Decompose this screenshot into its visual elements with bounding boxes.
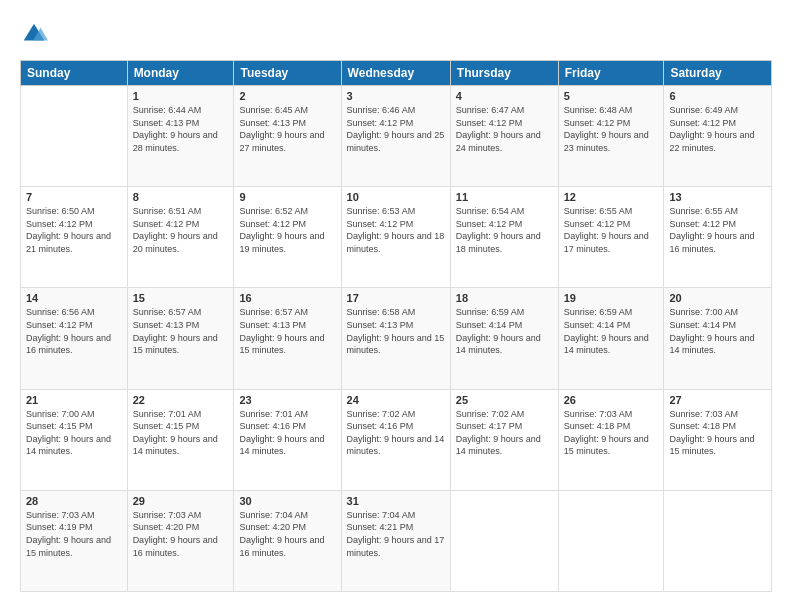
- calendar-cell: [450, 490, 558, 591]
- day-info: Sunrise: 6:54 AMSunset: 4:12 PMDaylight:…: [456, 205, 553, 255]
- day-info: Sunrise: 7:02 AMSunset: 4:16 PMDaylight:…: [347, 408, 445, 458]
- calendar-cell: 24Sunrise: 7:02 AMSunset: 4:16 PMDayligh…: [341, 389, 450, 490]
- calendar-cell: 25Sunrise: 7:02 AMSunset: 4:17 PMDayligh…: [450, 389, 558, 490]
- calendar-cell: 8Sunrise: 6:51 AMSunset: 4:12 PMDaylight…: [127, 187, 234, 288]
- day-number: 5: [564, 90, 659, 102]
- day-info: Sunrise: 6:44 AMSunset: 4:13 PMDaylight:…: [133, 104, 229, 154]
- day-info: Sunrise: 6:59 AMSunset: 4:14 PMDaylight:…: [564, 306, 659, 356]
- day-number: 23: [239, 394, 335, 406]
- calendar-cell: 3Sunrise: 6:46 AMSunset: 4:12 PMDaylight…: [341, 86, 450, 187]
- day-info: Sunrise: 6:55 AMSunset: 4:12 PMDaylight:…: [669, 205, 766, 255]
- day-number: 25: [456, 394, 553, 406]
- calendar-cell: [664, 490, 772, 591]
- calendar-cell: 9Sunrise: 6:52 AMSunset: 4:12 PMDaylight…: [234, 187, 341, 288]
- day-info: Sunrise: 7:03 AMSunset: 4:18 PMDaylight:…: [564, 408, 659, 458]
- day-info: Sunrise: 7:00 AMSunset: 4:15 PMDaylight:…: [26, 408, 122, 458]
- day-number: 31: [347, 495, 445, 507]
- calendar-cell: 6Sunrise: 6:49 AMSunset: 4:12 PMDaylight…: [664, 86, 772, 187]
- day-number: 26: [564, 394, 659, 406]
- logo: [20, 20, 52, 48]
- day-number: 19: [564, 292, 659, 304]
- day-info: Sunrise: 6:56 AMSunset: 4:12 PMDaylight:…: [26, 306, 122, 356]
- day-number: 4: [456, 90, 553, 102]
- day-info: Sunrise: 6:48 AMSunset: 4:12 PMDaylight:…: [564, 104, 659, 154]
- day-number: 2: [239, 90, 335, 102]
- calendar-cell: 12Sunrise: 6:55 AMSunset: 4:12 PMDayligh…: [558, 187, 664, 288]
- calendar-cell: 17Sunrise: 6:58 AMSunset: 4:13 PMDayligh…: [341, 288, 450, 389]
- day-number: 15: [133, 292, 229, 304]
- day-info: Sunrise: 7:03 AMSunset: 4:19 PMDaylight:…: [26, 509, 122, 559]
- day-info: Sunrise: 6:55 AMSunset: 4:12 PMDaylight:…: [564, 205, 659, 255]
- calendar-cell: [558, 490, 664, 591]
- weekday-header-sunday: Sunday: [21, 61, 128, 86]
- day-info: Sunrise: 6:51 AMSunset: 4:12 PMDaylight:…: [133, 205, 229, 255]
- calendar-cell: 29Sunrise: 7:03 AMSunset: 4:20 PMDayligh…: [127, 490, 234, 591]
- day-number: 24: [347, 394, 445, 406]
- calendar-cell: 30Sunrise: 7:04 AMSunset: 4:20 PMDayligh…: [234, 490, 341, 591]
- day-info: Sunrise: 6:47 AMSunset: 4:12 PMDaylight:…: [456, 104, 553, 154]
- calendar-week-4: 21Sunrise: 7:00 AMSunset: 4:15 PMDayligh…: [21, 389, 772, 490]
- day-info: Sunrise: 6:46 AMSunset: 4:12 PMDaylight:…: [347, 104, 445, 154]
- day-number: 1: [133, 90, 229, 102]
- day-number: 20: [669, 292, 766, 304]
- header: [20, 20, 772, 48]
- calendar-cell: 1Sunrise: 6:44 AMSunset: 4:13 PMDaylight…: [127, 86, 234, 187]
- day-info: Sunrise: 6:57 AMSunset: 4:13 PMDaylight:…: [133, 306, 229, 356]
- day-number: 28: [26, 495, 122, 507]
- weekday-header-tuesday: Tuesday: [234, 61, 341, 86]
- day-info: Sunrise: 6:49 AMSunset: 4:12 PMDaylight:…: [669, 104, 766, 154]
- calendar-cell: 18Sunrise: 6:59 AMSunset: 4:14 PMDayligh…: [450, 288, 558, 389]
- calendar-cell: [21, 86, 128, 187]
- calendar-cell: 4Sunrise: 6:47 AMSunset: 4:12 PMDaylight…: [450, 86, 558, 187]
- calendar-cell: 21Sunrise: 7:00 AMSunset: 4:15 PMDayligh…: [21, 389, 128, 490]
- day-info: Sunrise: 7:04 AMSunset: 4:20 PMDaylight:…: [239, 509, 335, 559]
- day-info: Sunrise: 7:01 AMSunset: 4:15 PMDaylight:…: [133, 408, 229, 458]
- weekday-header-thursday: Thursday: [450, 61, 558, 86]
- calendar-cell: 22Sunrise: 7:01 AMSunset: 4:15 PMDayligh…: [127, 389, 234, 490]
- page: SundayMondayTuesdayWednesdayThursdayFrid…: [0, 0, 792, 612]
- day-number: 17: [347, 292, 445, 304]
- day-info: Sunrise: 7:03 AMSunset: 4:20 PMDaylight:…: [133, 509, 229, 559]
- calendar-cell: 27Sunrise: 7:03 AMSunset: 4:18 PMDayligh…: [664, 389, 772, 490]
- day-number: 21: [26, 394, 122, 406]
- day-info: Sunrise: 6:45 AMSunset: 4:13 PMDaylight:…: [239, 104, 335, 154]
- weekday-header-monday: Monday: [127, 61, 234, 86]
- day-number: 7: [26, 191, 122, 203]
- calendar-cell: 28Sunrise: 7:03 AMSunset: 4:19 PMDayligh…: [21, 490, 128, 591]
- calendar-cell: 10Sunrise: 6:53 AMSunset: 4:12 PMDayligh…: [341, 187, 450, 288]
- day-number: 29: [133, 495, 229, 507]
- weekday-header-wednesday: Wednesday: [341, 61, 450, 86]
- day-number: 27: [669, 394, 766, 406]
- day-number: 30: [239, 495, 335, 507]
- calendar-cell: 19Sunrise: 6:59 AMSunset: 4:14 PMDayligh…: [558, 288, 664, 389]
- weekday-header-friday: Friday: [558, 61, 664, 86]
- day-info: Sunrise: 6:59 AMSunset: 4:14 PMDaylight:…: [456, 306, 553, 356]
- weekday-header-row: SundayMondayTuesdayWednesdayThursdayFrid…: [21, 61, 772, 86]
- day-number: 22: [133, 394, 229, 406]
- day-number: 12: [564, 191, 659, 203]
- calendar-cell: 26Sunrise: 7:03 AMSunset: 4:18 PMDayligh…: [558, 389, 664, 490]
- day-number: 3: [347, 90, 445, 102]
- calendar-week-3: 14Sunrise: 6:56 AMSunset: 4:12 PMDayligh…: [21, 288, 772, 389]
- day-info: Sunrise: 6:53 AMSunset: 4:12 PMDaylight:…: [347, 205, 445, 255]
- day-number: 14: [26, 292, 122, 304]
- day-info: Sunrise: 6:52 AMSunset: 4:12 PMDaylight:…: [239, 205, 335, 255]
- weekday-header-saturday: Saturday: [664, 61, 772, 86]
- calendar-week-5: 28Sunrise: 7:03 AMSunset: 4:19 PMDayligh…: [21, 490, 772, 591]
- day-number: 13: [669, 191, 766, 203]
- day-number: 18: [456, 292, 553, 304]
- calendar-cell: 7Sunrise: 6:50 AMSunset: 4:12 PMDaylight…: [21, 187, 128, 288]
- day-number: 11: [456, 191, 553, 203]
- day-number: 6: [669, 90, 766, 102]
- day-number: 8: [133, 191, 229, 203]
- day-info: Sunrise: 7:04 AMSunset: 4:21 PMDaylight:…: [347, 509, 445, 559]
- calendar-cell: 15Sunrise: 6:57 AMSunset: 4:13 PMDayligh…: [127, 288, 234, 389]
- day-number: 16: [239, 292, 335, 304]
- calendar-table: SundayMondayTuesdayWednesdayThursdayFrid…: [20, 60, 772, 592]
- calendar-cell: 2Sunrise: 6:45 AMSunset: 4:13 PMDaylight…: [234, 86, 341, 187]
- calendar-cell: 11Sunrise: 6:54 AMSunset: 4:12 PMDayligh…: [450, 187, 558, 288]
- day-info: Sunrise: 7:01 AMSunset: 4:16 PMDaylight:…: [239, 408, 335, 458]
- calendar-cell: 16Sunrise: 6:57 AMSunset: 4:13 PMDayligh…: [234, 288, 341, 389]
- logo-icon: [20, 20, 48, 48]
- day-info: Sunrise: 7:02 AMSunset: 4:17 PMDaylight:…: [456, 408, 553, 458]
